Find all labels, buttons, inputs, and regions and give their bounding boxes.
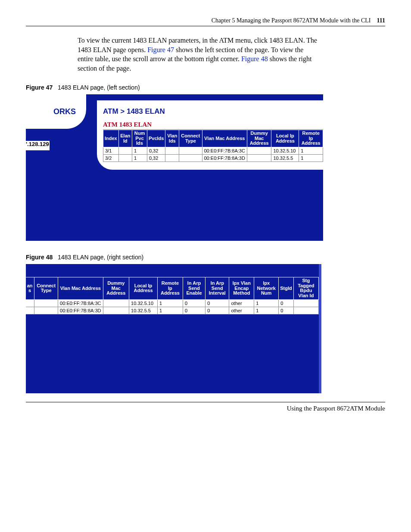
footer-text: Using the Passport 8672ATM Module <box>287 405 385 412</box>
cell-localip: 10.32.5.5 <box>271 155 299 162</box>
table-row: 3/1 1 0,32 00:E0:FF:7B:8A:3C 10.32.5.10 … <box>103 147 323 155</box>
cell-elan <box>118 155 132 162</box>
cell-ans <box>26 299 34 307</box>
cell-remote: 1 <box>157 299 183 307</box>
cell-arpen: 0 <box>183 307 205 314</box>
th-num-pvc-ids: Num Pvc Ids <box>132 130 147 147</box>
figure-47-screenshot: ORKS '.128.129 ATM > 1483 ELAN ATM 1483 … <box>26 94 323 241</box>
th-remote-ip: Remote Ip Address <box>299 130 323 147</box>
th-connect-type: Connect Type <box>179 130 202 147</box>
body-paragraph: To view the current 1483 ELAN parameters… <box>78 36 319 73</box>
th-pvcids: PvcIds <box>147 130 165 147</box>
cell-localip: 10.32.5.10 <box>129 299 158 307</box>
table-row: 00:E0:FF:7B:8A:3D 10.32.5.5 1 0 0 other … <box>26 307 319 314</box>
cell-remoteip: 1 <box>299 155 323 162</box>
figure-47-caption: Figure 47 1483 ELAN page, (left section) <box>26 84 385 91</box>
page-footer: Using the Passport 8672ATM Module <box>26 402 385 412</box>
th-connect-type: Connect Type <box>34 277 58 299</box>
figure-48-caption: Figure 48 1483 ELAN page, (right section… <box>26 254 385 261</box>
cell-mac: 00:E0:FF:7B:8A:3C <box>202 147 247 155</box>
table-header-row: an s Connect Type Vlan Mac Address Dummy… <box>26 277 319 299</box>
chapter-label: Chapter 5 Managing the Passport 8672ATM … <box>212 17 371 24</box>
xref-figure-47[interactable]: Figure 47 <box>147 46 174 53</box>
th-local-ip: Local Ip Address <box>271 130 299 147</box>
cell-remote: 1 <box>157 307 183 314</box>
th-local-ip: Local Ip Address <box>129 277 158 299</box>
cell-numpvc: 1 <box>132 147 147 155</box>
cell-remoteip: 1 <box>299 147 323 155</box>
ip-fragment: '.128.129 <box>26 141 49 147</box>
th-ipx-encap: Ipx Vlan Encap Method <box>229 277 254 299</box>
cell-index: 3/2 <box>103 155 119 162</box>
cell-dummy <box>103 307 129 314</box>
th-remote-ip: Remote Ip Address <box>157 277 183 299</box>
cell-stgid: 0 <box>279 307 294 314</box>
content-panel-left: ATM > 1483 ELAN ATM 1483 ELAN Index Elan… <box>97 100 323 170</box>
th-index: Index <box>103 130 119 147</box>
figure-47-label: Figure 47 <box>26 84 53 91</box>
table-row: 3/2 1 0,32 00:E0:FF:7B:8A:3D 10.32.5.5 1 <box>103 155 323 162</box>
figure-48-screenshot: an s Connect Type Vlan Mac Address Dummy… <box>26 264 321 393</box>
cell-dummy <box>247 155 271 162</box>
cell-pvcids: 0,32 <box>147 155 165 162</box>
cell-stgv <box>293 307 318 314</box>
cell-stgid: 0 <box>279 299 294 307</box>
cell-localip: 10.32.5.10 <box>271 147 299 155</box>
cell-arpint: 0 <box>206 307 229 314</box>
cell-vlanids <box>165 155 179 162</box>
table-header-row: Index Elan Id Num Pvc Ids PvcIds Vlan Id… <box>103 130 323 147</box>
cell-connect <box>34 299 58 307</box>
cell-arpint: 0 <box>206 299 229 307</box>
cell-ipxm: other <box>229 307 254 314</box>
page-header: Chapter 5 Managing the Passport 8672ATM … <box>26 17 385 26</box>
th-dummy-mac: Dummy Mac Address <box>103 277 129 299</box>
cell-localip: 10.32.5.5 <box>129 307 158 314</box>
cell-mac: 00:E0:FF:7B:8A:3C <box>58 299 103 307</box>
cell-dummy <box>247 147 271 155</box>
cell-mac: 00:E0:FF:7B:8A:3D <box>58 307 103 314</box>
cell-dummy <box>103 299 129 307</box>
cell-pvcids: 0,32 <box>147 147 165 155</box>
table-row: 00:E0:FF:7B:8A:3C 10.32.5.10 1 0 0 other… <box>26 299 319 307</box>
figure-47-title: 1483 ELAN page, (left section) <box>58 84 140 91</box>
figure-48-label: Figure 48 <box>26 254 53 261</box>
cell-arpen: 0 <box>183 299 205 307</box>
th-elan-id: Elan Id <box>118 130 132 147</box>
cell-mac: 00:E0:FF:7B:8A:3D <box>202 155 247 162</box>
breadcrumb: ATM > 1483 ELAN <box>103 105 323 120</box>
cell-connect <box>34 307 58 314</box>
elan-table-right: an s Connect Type Vlan Mac Address Dummy… <box>26 277 319 314</box>
th-an-s: an s <box>26 277 34 299</box>
th-dummy-mac: Dummy Mac Address <box>247 130 271 147</box>
th-stgid: StgId <box>279 277 294 299</box>
logo-block: ORKS <box>26 94 86 129</box>
cell-elan <box>118 147 132 155</box>
cell-ipxn: 1 <box>254 307 279 314</box>
cell-stgv <box>293 299 318 307</box>
cell-ans <box>26 307 34 314</box>
cell-ipxm: other <box>229 299 254 307</box>
cell-ipxn: 1 <box>254 299 279 307</box>
cell-vlanids <box>165 147 179 155</box>
cell-connect <box>179 147 202 155</box>
content-panel-right: an s Connect Type Vlan Mac Address Dummy… <box>26 277 319 314</box>
th-vlan-mac: Vlan Mac Address <box>58 277 103 299</box>
xref-figure-48[interactable]: Figure 48 <box>241 55 268 62</box>
figure-48-title: 1483 ELAN page, (right section) <box>58 254 143 261</box>
cell-index: 3/1 <box>103 147 119 155</box>
th-arp-interval: In Arp Send Interval <box>206 277 229 299</box>
cell-connect <box>179 155 202 162</box>
th-vlan-mac: Vlan Mac Address <box>202 130 247 147</box>
th-vlan-ids: Vlan Ids <box>165 130 179 147</box>
logo-fragment: ORKS <box>53 107 76 116</box>
elan-table-left: Index Elan Id Num Pvc Ids PvcIds Vlan Id… <box>103 130 323 162</box>
th-ipx-net: Ipx Network Num <box>254 277 279 299</box>
section-title: ATM 1483 ELAN <box>103 120 323 130</box>
th-stg-vlan: Stg Tagged Bpdu Vlan Id <box>293 277 318 299</box>
page-number: 111 <box>377 17 385 24</box>
th-arp-enable: In Arp Send Enable <box>183 277 205 299</box>
cell-numpvc: 1 <box>132 155 147 162</box>
